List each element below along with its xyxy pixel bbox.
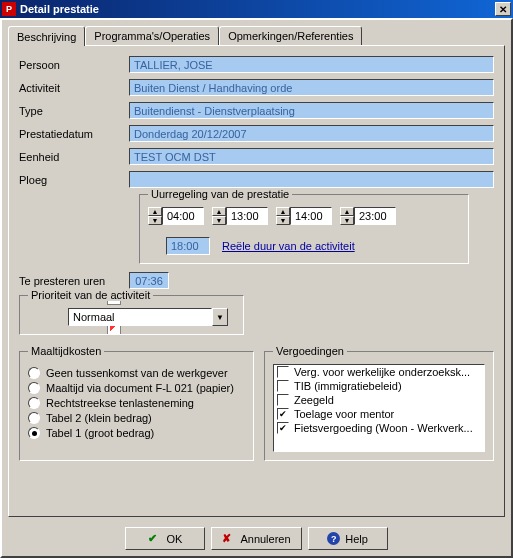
button-bar: ✔ OK ✘ Annuleren ? Help — [2, 527, 511, 550]
field-ploeg — [129, 171, 494, 188]
radio-maaltijd-3[interactable]: Tabel 2 (klein bedrag) — [28, 412, 245, 424]
time-3-value[interactable]: 14:00 — [290, 207, 332, 225]
label-eenheid: Eenheid — [19, 151, 129, 163]
duration-value: 18:00 — [166, 237, 210, 255]
label-te-presteren: Te presteren uren — [19, 275, 129, 287]
prioriteit-dropdown-button[interactable]: ▼ — [212, 308, 228, 326]
time-2-up[interactable]: ▲ — [212, 207, 226, 216]
app-icon: P — [2, 2, 16, 16]
label-persoon: Persoon — [19, 59, 129, 71]
legend-vergoedingen: Vergoedingen — [273, 345, 347, 357]
time-1-value[interactable]: 04:00 — [162, 207, 204, 225]
label-activiteit: Activiteit — [19, 82, 129, 94]
radio-label: Geen tussenkomst van de werkgever — [46, 367, 228, 379]
time-4[interactable]: ▲ ▼ 23:00 — [340, 207, 396, 225]
time-1[interactable]: ▲ ▼ 04:00 — [148, 207, 204, 225]
field-prestatiedatum: Donderdag 20/12/2007 — [129, 125, 494, 142]
radio-maaltijd-0[interactable]: Geen tussenkomst van de werkgever — [28, 367, 245, 379]
radio-maaltijd-1[interactable]: Maaltijd via document F-L 021 (papier) — [28, 382, 245, 394]
time-2[interactable]: ▲ ▼ 13:00 — [212, 207, 268, 225]
checkbox-icon — [277, 380, 289, 392]
ok-button[interactable]: ✔ OK — [125, 527, 205, 550]
vergoeding-label: Zeegeld — [294, 394, 334, 406]
tab-programmas[interactable]: Programma's/Operaties — [85, 26, 219, 46]
label-prestatiedatum: Prestatiedatum — [19, 128, 129, 140]
checkbox-icon: ✔ — [277, 408, 289, 420]
radio-label: Maaltijd via document F-L 021 (papier) — [46, 382, 234, 394]
time-1-up[interactable]: ▲ — [148, 207, 162, 216]
checkbox-icon: ✔ — [277, 422, 289, 434]
window-title: Detail prestatie — [20, 3, 495, 15]
titlebar: P Detail prestatie ✕ — [0, 0, 513, 18]
tab-opmerkingen[interactable]: Opmerkingen/Referenties — [219, 26, 362, 46]
annuleren-button-label: Annuleren — [240, 533, 290, 545]
checkbox-icon — [277, 394, 289, 406]
group-vergoedingen: Vergoedingen Verg. voor werkelijke onder… — [264, 351, 494, 461]
field-eenheid: TEST OCM DST — [129, 148, 494, 165]
help-button[interactable]: ? Help — [308, 527, 388, 550]
radio-dot — [28, 382, 40, 394]
vergoedingen-list[interactable]: Verg. voor werkelijke onderzoeksk... TIB… — [273, 364, 485, 452]
time-4-value[interactable]: 23:00 — [354, 207, 396, 225]
help-button-label: Help — [345, 533, 368, 545]
group-uurregeling: Uurregeling van de prestatie ▲ ▼ 04:00 ▲… — [139, 194, 469, 264]
time-2-down[interactable]: ▼ — [212, 216, 226, 225]
radio-label: Tabel 1 (groot bedrag) — [46, 427, 154, 439]
radio-maaltijd-4[interactable]: Tabel 1 (groot bedrag) — [28, 427, 245, 439]
legend-uurregeling: Uurregeling van de prestatie — [148, 188, 292, 200]
field-te-presteren: 07:36 — [129, 272, 169, 289]
legend-maaltijdkosten: Maaltijdkosten — [28, 345, 104, 357]
close-button[interactable]: ✕ — [495, 2, 511, 16]
radio-label: Rechtstreekse tenlasteneming — [46, 397, 194, 409]
tab-beschrijving[interactable]: Beschrijving — [8, 26, 85, 46]
time-3[interactable]: ▲ ▼ 14:00 — [276, 207, 332, 225]
field-persoon: TALLIER, JOSE — [129, 56, 494, 73]
label-type: Type — [19, 105, 129, 117]
annuleren-button[interactable]: ✘ Annuleren — [211, 527, 301, 550]
vergoeding-label: Toelage voor mentor — [294, 408, 394, 420]
field-activiteit: Buiten Dienst / Handhaving orde — [129, 79, 494, 96]
time-4-down[interactable]: ▼ — [340, 216, 354, 225]
group-prioriteit: Prioriteit van de activiteit Normaal ▼ — [19, 295, 244, 335]
reele-duur-link[interactable]: Reële duur van de activiteit — [222, 240, 355, 252]
vergoeding-item-3[interactable]: ✔ Toelage voor mentor — [274, 407, 484, 421]
radio-dot — [28, 397, 40, 409]
tab-panel: Persoon TALLIER, JOSE Activiteit Buiten … — [8, 45, 505, 517]
check-icon: ✔ — [148, 532, 161, 545]
checkbox-icon — [277, 366, 289, 378]
prioriteit-value[interactable]: Normaal — [68, 308, 212, 326]
vergoeding-item-4[interactable]: ✔ Fietsvergoeding (Woon - Werkverk... — [274, 421, 484, 435]
vergoeding-item-0[interactable]: Verg. voor werkelijke onderzoeksk... — [274, 365, 484, 379]
field-type: Buitendienst - Dienstverplaatsing — [129, 102, 494, 119]
dialog-body: Beschrijving Programma's/Operaties Opmer… — [0, 18, 513, 558]
tab-row: Beschrijving Programma's/Operaties Opmer… — [8, 26, 505, 46]
time-3-down[interactable]: ▼ — [276, 216, 290, 225]
vergoeding-label: Verg. voor werkelijke onderzoeksk... — [294, 366, 470, 378]
time-2-value[interactable]: 13:00 — [226, 207, 268, 225]
legend-prioriteit: Prioriteit van de activiteit — [28, 289, 153, 301]
vergoeding-label: Fietsvergoeding (Woon - Werkverk... — [294, 422, 473, 434]
ok-button-label: OK — [166, 533, 182, 545]
group-maaltijdkosten: Maaltijdkosten Geen tussenkomst van de w… — [19, 351, 254, 461]
radio-label: Tabel 2 (klein bedrag) — [46, 412, 152, 424]
vergoeding-item-1[interactable]: TIB (immigratiebeleid) — [274, 379, 484, 393]
prioriteit-combo[interactable]: Normaal ▼ — [68, 308, 228, 326]
radio-dot — [28, 412, 40, 424]
vergoeding-item-2[interactable]: Zeegeld — [274, 393, 484, 407]
radio-dot — [28, 427, 40, 439]
time-1-down[interactable]: ▼ — [148, 216, 162, 225]
help-icon: ? — [327, 532, 340, 545]
radio-dot — [28, 367, 40, 379]
radio-maaltijd-2[interactable]: Rechtstreekse tenlasteneming — [28, 397, 245, 409]
cancel-icon: ✘ — [222, 532, 235, 545]
label-ploeg: Ploeg — [19, 174, 129, 186]
time-4-up[interactable]: ▲ — [340, 207, 354, 216]
vergoeding-label: TIB (immigratiebeleid) — [294, 380, 402, 392]
time-3-up[interactable]: ▲ — [276, 207, 290, 216]
